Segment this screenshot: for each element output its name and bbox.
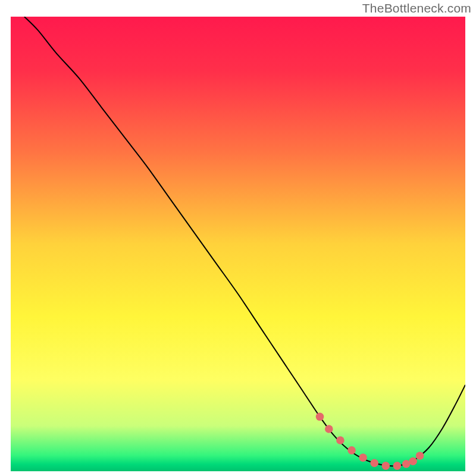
chart-svg	[11, 17, 465, 471]
plot-area	[11, 17, 465, 471]
highlight-dot	[370, 459, 378, 467]
chart-container: TheBottleneck.com	[0, 0, 476, 476]
highlight-dot	[316, 413, 324, 421]
highlight-dot	[325, 425, 333, 433]
highlight-dot	[382, 462, 390, 470]
watermark-text: TheBottleneck.com	[362, 1, 471, 15]
highlight-dot	[359, 453, 367, 462]
highlight-dot	[409, 457, 417, 465]
gradient-background	[11, 17, 465, 471]
highlight-dot	[347, 446, 356, 455]
highlight-dot	[393, 462, 402, 470]
highlight-dot	[416, 452, 424, 460]
highlight-dot	[336, 436, 345, 444]
